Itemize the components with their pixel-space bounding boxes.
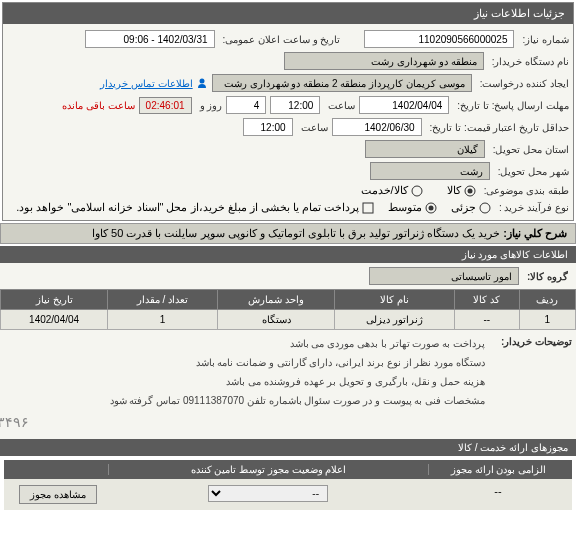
goods-header: اطلاعات کالاهای مورد نیاز xyxy=(0,246,576,263)
radio-part-group[interactable]: جزئی xyxy=(451,201,491,214)
province-field: گیلان xyxy=(365,140,485,158)
public-date-field: 1402/03/31 - 09:06 xyxy=(85,30,215,48)
days-label: روز و xyxy=(196,100,223,111)
cell-unit: دستگاه xyxy=(217,310,335,330)
contact-footer: ۰۲۱-۸۸۳۴۹۶ xyxy=(0,410,433,435)
radio-goods-group[interactable]: کالا xyxy=(447,184,476,197)
need-no-field: 1102090566000025 xyxy=(364,30,514,48)
validity-time-field: 12:00 xyxy=(243,118,293,136)
row-classification: طبقه بندی موضوعی: کالا کالا/خدمت xyxy=(7,182,569,199)
part-label: جزئی xyxy=(451,201,476,214)
time-label-2: ساعت xyxy=(297,122,328,133)
summary-text: خرید یک دستگاه ژنراتور تولید برق با تابل… xyxy=(92,227,500,239)
time-label-1: ساعت xyxy=(324,100,355,111)
svg-point-3 xyxy=(412,186,422,196)
process-label: نوع فرآیند خرید : xyxy=(495,202,569,213)
row-buyer: نام دستگاه خریدار: منطقه دو شهرداری رشت xyxy=(7,50,569,72)
permit-action-cell: مشاهده مجوز xyxy=(8,483,108,506)
buyer-notes-body: پرداخت به صورت تهاتر با بدهی موردی می با… xyxy=(4,334,493,435)
col-qty: تعداد / مقدار xyxy=(108,290,218,310)
buyer-field: منطقه دو شهرداری رشت xyxy=(284,52,484,70)
permit-row: -- -- مشاهده مجوز xyxy=(4,479,572,510)
deadline-time-field: 12:00 xyxy=(270,96,320,114)
permits-header: مجوزهای ارائه خدمت / کالا xyxy=(0,439,576,456)
cell-name: ژنراتور دیزلی xyxy=(335,310,454,330)
permit-status-select[interactable]: -- xyxy=(208,485,328,502)
goods-table: ردیف کد کالا نام کالا واحد شمارش تعداد /… xyxy=(0,289,576,330)
cell-qty: 1 xyxy=(108,310,218,330)
row-requester: ایجاد کننده درخواست: موسی کریمان کارپردا… xyxy=(7,72,569,94)
radio-checked-icon xyxy=(464,185,476,197)
row-city: شهر محل تحویل: رشت xyxy=(7,160,569,182)
group-field: امور تاسیساتی xyxy=(369,267,519,285)
deadline-date-field: 1402/04/04 xyxy=(359,96,449,114)
radio-unchecked-icon-2 xyxy=(479,202,491,214)
row-group: گروه کالا: امور تاسیساتی xyxy=(0,263,576,289)
svg-point-2 xyxy=(467,188,472,193)
radio-middle-group[interactable]: متوسط xyxy=(388,201,437,214)
buyer-notes-row: توضیحات خریدار: پرداخت به صورت تهاتر با … xyxy=(0,330,576,439)
main-body: شماره نیاز: 1102090566000025 تاریخ و ساع… xyxy=(3,24,573,220)
svg-rect-7 xyxy=(363,203,373,213)
col-code: کد کالا xyxy=(454,290,519,310)
note-line-2: دستگاه مورد نظر از نوع برند ایرانی، دارا… xyxy=(4,353,493,372)
city-field: رشت xyxy=(370,162,490,180)
middle-label: متوسط xyxy=(388,201,422,214)
contact-link[interactable]: اطلاعات تماس خریدار xyxy=(100,78,193,89)
permit-col-action xyxy=(8,464,108,475)
remaining-label: ساعت باقی مانده xyxy=(58,100,135,111)
requester-label: ایجاد کننده درخواست: xyxy=(476,78,569,89)
radio-unchecked-icon xyxy=(411,185,423,197)
permit-mandatory-cell: -- xyxy=(428,483,568,506)
permit-col-mandatory: الزامی بودن ارائه مجوز xyxy=(428,464,568,475)
requester-field: موسی کریمان کارپرداز منطقه 2 منطقه دو شه… xyxy=(212,74,472,92)
row-province: استان محل تحویل: گیلان xyxy=(7,138,569,160)
summary-header-label: شرح کلي نياز: xyxy=(503,227,567,239)
countdown-timer: 02:46:01 xyxy=(139,97,192,114)
radio-checked-icon-2 xyxy=(425,202,437,214)
svg-point-6 xyxy=(428,205,433,210)
permits-header-row: الزامی بودن ارائه مجوز اعلام وضعیت مجوز … xyxy=(4,460,572,479)
row-process: نوع فرآیند خرید : جزئی متوسط پرداخت تمام… xyxy=(7,199,569,216)
buyer-label: نام دستگاه خریدار: xyxy=(488,56,569,67)
permit-col-status: اعلام وضعیت مجوز توسط تامین کننده xyxy=(108,464,428,475)
cell-idx: 1 xyxy=(519,310,575,330)
checkbox-note-group[interactable]: پرداخت تمام یا بخشی از مبلغ خرید،از محل … xyxy=(16,201,374,214)
permits-table: الزامی بودن ارائه مجوز اعلام وضعیت مجوز … xyxy=(4,460,572,510)
goods-table-header-row: ردیف کد کالا نام کالا واحد شمارش تعداد /… xyxy=(1,290,576,310)
col-unit: واحد شمارش xyxy=(217,290,335,310)
radio-service-group[interactable]: کالا/خدمت xyxy=(361,184,423,197)
main-panel: جزئیات اطلاعات نیاز شماره نیاز: 11020905… xyxy=(2,2,574,221)
need-no-label: شماره نیاز: xyxy=(518,34,569,45)
svg-point-0 xyxy=(199,79,204,84)
view-permit-button[interactable]: مشاهده مجوز xyxy=(19,485,97,504)
col-name: نام کالا xyxy=(335,290,454,310)
city-label: شهر محل تحویل: xyxy=(494,166,569,177)
cell-date: 1402/04/04 xyxy=(1,310,108,330)
validity-label: حداقل تاریخ اعتبار قیمت: تا تاریخ: xyxy=(426,122,569,133)
classification-label: طبقه بندی موضوعی: xyxy=(480,185,569,196)
svg-point-4 xyxy=(480,203,490,213)
person-icon xyxy=(196,77,208,89)
province-label: استان محل تحویل: xyxy=(489,144,569,155)
note-line-1: پرداخت به صورت تهاتر با بدهی موردی می با… xyxy=(4,334,493,353)
row-need-no: شماره نیاز: 1102090566000025 تاریخ و ساع… xyxy=(7,28,569,50)
deadline-label: مهلت ارسال پاسخ: تا تاریخ: xyxy=(453,100,569,111)
contact-link-group[interactable]: اطلاعات تماس خریدار xyxy=(100,77,208,89)
class-goods-label: کالا xyxy=(447,184,461,197)
col-date: تاریخ نیاز xyxy=(1,290,108,310)
process-note: پرداخت تمام یا بخشی از مبلغ خرید،از محل … xyxy=(16,201,359,214)
checkbox-icon xyxy=(362,202,374,214)
class-service-label: کالا/خدمت xyxy=(361,184,408,197)
note-line-3: هزینه حمل و نقل، بارگیری و تحویل بر عهده… xyxy=(4,372,493,391)
buyer-notes-label: توضیحات خریدار: xyxy=(497,334,572,347)
group-label: گروه کالا: xyxy=(523,271,568,282)
note-line-4: مشخصات فنی به پیوست و در صورت سئوال باشم… xyxy=(4,391,493,410)
row-validity: حداقل تاریخ اعتبار قیمت: تا تاریخ: 1402/… xyxy=(7,116,569,138)
table-row[interactable]: 1 -- ژنراتور دیزلی دستگاه 1 1402/04/04 xyxy=(1,310,576,330)
permit-status-cell: -- xyxy=(108,483,428,506)
main-header: جزئیات اطلاعات نیاز xyxy=(3,3,573,24)
row-deadline: مهلت ارسال پاسخ: تا تاریخ: 1402/04/04 سا… xyxy=(7,94,569,116)
col-idx: ردیف xyxy=(519,290,575,310)
validity-date-field: 1402/06/30 xyxy=(332,118,422,136)
